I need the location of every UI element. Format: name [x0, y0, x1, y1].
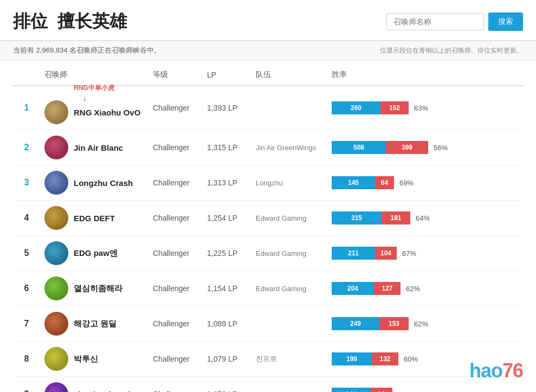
lp-value: 1,254 LP [207, 214, 237, 222]
wins-bar: 260 [332, 101, 380, 114]
summoner-name[interactable]: 열심히좀해라 [74, 284, 122, 294]
losses-bar: 127 [374, 282, 401, 295]
avatar [44, 100, 68, 124]
winbar-cell: 199 132 60% [327, 342, 523, 377]
team-cell [251, 306, 327, 342]
lp-cell: 1,393 LP [203, 86, 251, 130]
tier-value: Challenger [153, 319, 190, 328]
win-loss-bar: 211 104 [332, 247, 397, 260]
team-name: Edward Gaming [256, 285, 306, 293]
summoner-name[interactable]: 박투신 [74, 354, 98, 364]
win-percentage: 62% [414, 320, 428, 328]
tier-value: Challenger [153, 214, 190, 222]
rank-number: 2 [24, 143, 29, 152]
table-header-row: 召唤师 等级 LP 队伍 胜率 [13, 65, 523, 86]
losses-bar: 152 [380, 101, 409, 114]
tier-cell: Challenger [148, 165, 203, 201]
annotation-arrow: ↓ [82, 93, 87, 103]
summoner-cell: Jin Air Winged [40, 377, 148, 393]
summoner-cell: 열심히좀해라 [40, 271, 148, 306]
wins-bar: 315 [332, 211, 382, 224]
lp-cell: 1,076 LP [203, 377, 251, 393]
rank-cell: 2 [13, 130, 40, 165]
search-input[interactable] [386, 13, 484, 30]
search-button[interactable]: 搜索 [488, 12, 523, 31]
win-percentage: 64% [416, 214, 430, 222]
rank-number: 9 [24, 389, 29, 392]
team-name: Jin Air GreenWings [256, 144, 316, 152]
rank-cell: 8 [13, 342, 40, 377]
losses-bar: 399 [386, 141, 428, 154]
col-header-team: 队伍 [251, 65, 327, 86]
team-cell [251, 86, 327, 130]
win-percentage: 67% [402, 249, 416, 258]
summoner-name[interactable]: 해강고 원딜 [74, 319, 117, 329]
team-cell: Jin Air GreenWings [251, 377, 327, 393]
losses-bar: 104 [375, 247, 397, 260]
avatar [44, 382, 68, 392]
table-row: 3 Longzhu Crash Challenger1,313 LPLongzh… [13, 165, 523, 201]
rank-number: 3 [24, 178, 29, 187]
rank-number: 5 [24, 248, 29, 258]
rank-number: 6 [24, 284, 29, 293]
win-loss-bar: 144 80 [332, 388, 392, 392]
tier-value: Challenger [153, 143, 190, 152]
team-name: 전프로 [256, 355, 277, 363]
lp-value: 1,154 LP [207, 284, 237, 293]
lp-value: 1,315 LP [207, 143, 237, 152]
page-header: 排位 擅长英雄 搜索 [0, 0, 536, 41]
summoner-cell: Longzhu Crash [40, 165, 148, 201]
team-name: Edward Gaming [256, 249, 306, 258]
win-loss-bar: 315 181 [332, 211, 410, 224]
win-loss-bar: 249 153 [332, 317, 409, 330]
avatar [44, 136, 68, 159]
tier-cell: Challenger [148, 342, 203, 377]
tier-value: Challenger [153, 249, 190, 258]
rank-cell: 6 [13, 271, 40, 306]
rank-number: 8 [24, 354, 29, 363]
search-area: 搜索 [386, 12, 523, 31]
team-cell: Jin Air GreenWings [251, 130, 327, 165]
tier-cell: Challenger [148, 236, 203, 271]
summoner-name[interactable]: Jin Air Blanc [74, 143, 123, 152]
team-cell: Edward Gaming [251, 201, 327, 236]
summoner-name[interactable]: EDG DEFT [74, 214, 115, 223]
winbar-cell: 144 80 64% [327, 377, 523, 393]
annotation-text: RNG中单小虎 [74, 83, 114, 93]
summoner-cell: 해강고 원딜 [40, 306, 148, 342]
winbar-cell: 145 64 69% [327, 165, 523, 201]
leaderboard-table: 召唤师 等级 LP 队伍 胜率 1 RNG中单小虎 ↓ [13, 65, 523, 392]
rank-cell: 9 [13, 377, 40, 393]
col-header-lp: LP [203, 65, 251, 86]
summoner-name[interactable]: Jin Air Winged [74, 390, 130, 393]
team-name: Edward Gaming [256, 214, 306, 222]
summoner-cell: RNG中单小虎 ↓ RNG Xiaohu OvO [40, 86, 148, 130]
active-players-text: 当前有 2,969,834 名召唤师正在召唤师峡谷中。 [13, 46, 161, 55]
summoner-name[interactable]: Longzhu Crash [74, 178, 133, 188]
lp-cell: 1,254 LP [203, 201, 251, 236]
tier-value: Challenger [153, 104, 190, 112]
lp-value: 1,225 LP [207, 249, 237, 258]
table-row: 2 Jin Air Blanc Challenger1,315 LPJin Ai… [13, 130, 523, 165]
wins-bar: 145 [332, 176, 375, 189]
team-name: Longzhu [256, 179, 283, 187]
header-titles: 排位 擅长英雄 [13, 10, 127, 34]
lp-cell: 1,225 LP [203, 236, 251, 271]
rank-number: 4 [24, 213, 29, 222]
col-header-rank [13, 65, 40, 86]
summoner-name[interactable]: RNG Xiaohu OvO [74, 108, 140, 117]
col-header-winrate: 胜率 [327, 65, 523, 86]
rank-cell: 5 [13, 236, 40, 271]
leaderboard-container: 召唤师 等级 LP 队伍 胜率 1 RNG中单小虎 ↓ [0, 65, 536, 392]
summoner-name[interactable]: EDG paw엔 [74, 248, 118, 259]
rank-cell: 3 [13, 165, 40, 201]
losses-bar: 181 [382, 211, 410, 224]
lp-value: 1,079 LP [207, 355, 237, 363]
display-notice-text: 仅显示段位在青铜以上的召唤师。排位实时更新。 [380, 46, 523, 55]
lp-cell: 1,154 LP [203, 271, 251, 306]
tier-cell: Challenger [148, 130, 203, 165]
team-cell: 전프로 [251, 342, 327, 377]
rank-cell: 1 [13, 86, 40, 130]
title-rank: 排位 [13, 10, 48, 34]
team-cell: Edward Gaming [251, 271, 327, 306]
